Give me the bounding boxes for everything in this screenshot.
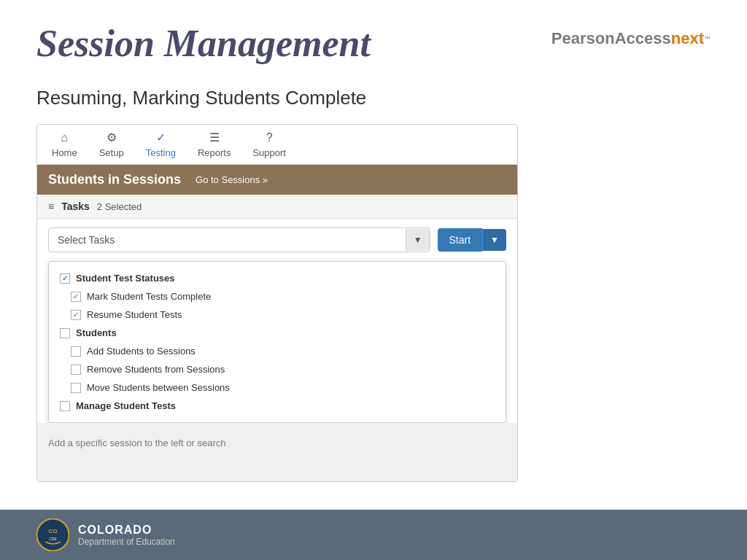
question-icon: ? — [266, 131, 273, 144]
menu-group-students[interactable]: Students — [49, 324, 506, 342]
nav-reports[interactable]: ☰ Reports — [198, 131, 231, 158]
footer-logo: CO CDE COLORADO Department of Education — [36, 518, 175, 551]
nav-reports-label: Reports — [198, 147, 231, 158]
list-icon: ☰ — [209, 131, 220, 144]
logo-pearson-text: PearsonAccess — [551, 29, 671, 48]
menu-group-label-manage-tests: Manage Student Tests — [76, 400, 176, 411]
page-title: Session Management — [36, 22, 371, 65]
nav-home[interactable]: ⌂ Home — [52, 131, 77, 158]
home-icon: ⌂ — [61, 131, 69, 144]
page-header-bar: Students in Sessions Go to Sessions » — [37, 165, 517, 195]
svg-point-0 — [37, 519, 69, 551]
footer-text-block: COLORADO Department of Education — [78, 524, 175, 547]
menu-item-label-resume: Resume Student Tests — [87, 309, 182, 320]
session-hint: Add a specific session to the left or se… — [48, 438, 226, 448]
footer: CO CDE COLORADO Department of Education — [0, 510, 747, 560]
tasks-bar: ≡ Tasks 2 Selected — [37, 195, 517, 219]
header: Session Management PearsonAccess next ™ — [0, 0, 747, 79]
dropdown-menu: ✓ Student Test Statuses ✓ Mark Student T… — [48, 261, 506, 423]
start-button[interactable]: Start — [438, 228, 483, 252]
menu-item-resume[interactable]: ✓ Resume Student Tests — [49, 306, 506, 324]
select-tasks-caret-icon[interactable]: ▼ — [406, 229, 430, 251]
nav-testing-label: Testing — [146, 147, 176, 158]
logo-next-text: next — [671, 29, 704, 48]
checkbox-remove-students[interactable] — [71, 365, 81, 375]
checkbox-student-test-statuses[interactable]: ✓ — [60, 273, 70, 284]
nav-setup[interactable]: ⚙ Setup — [99, 131, 124, 158]
menu-item-label-add-students: Add Students to Sessions — [87, 346, 196, 357]
menu-group-label-student-test-statuses: Student Test Statuses — [76, 273, 175, 284]
menu-group-student-test-statuses[interactable]: ✓ Student Test Statuses — [49, 269, 506, 287]
tasks-icon: ≡ — [48, 201, 54, 212]
select-tasks-wrapper[interactable]: Select Tasks ▼ — [48, 228, 430, 252]
logo-tm: ™ — [704, 35, 711, 42]
session-content: Add a specific session to the left or se… — [37, 423, 517, 481]
gear-icon: ⚙ — [107, 131, 117, 144]
checkbox-manage-tests[interactable] — [60, 401, 70, 411]
menu-item-label-mark-complete: Mark Student Tests Complete — [87, 291, 211, 302]
nav-home-label: Home — [52, 147, 77, 158]
subtitle: Resuming, Marking Students Complete — [0, 79, 747, 124]
footer-state: COLORADO — [78, 524, 175, 537]
menu-group-manage-tests[interactable]: Manage Student Tests — [49, 397, 506, 415]
goto-sessions-link[interactable]: Go to Sessions » — [196, 174, 268, 185]
students-in-sessions-title: Students in Sessions — [48, 172, 181, 187]
menu-item-add-students[interactable]: Add Students to Sessions — [49, 342, 506, 360]
menu-item-remove-students[interactable]: Remove Students from Sessions — [49, 360, 506, 378]
nav-support[interactable]: ? Support — [252, 131, 286, 158]
start-btn-wrapper: Start ▼ — [438, 228, 506, 252]
tasks-count: 2 Selected — [97, 201, 142, 212]
footer-dept: Department of Education — [78, 537, 175, 547]
checkbox-resume[interactable]: ✓ — [71, 310, 81, 320]
menu-item-move-students[interactable]: Move Students between Sessions — [49, 378, 506, 397]
checkbox-students[interactable] — [60, 328, 70, 338]
checkbox-move-students[interactable] — [71, 383, 81, 393]
logo: PearsonAccess next ™ — [551, 29, 711, 48]
menu-group-label-students: Students — [76, 327, 117, 338]
select-tasks-input[interactable]: Select Tasks — [49, 228, 406, 252]
browser-frame: ⌂ Home ⚙ Setup ✓ Testing ☰ Reports ? Sup… — [36, 124, 518, 482]
nav-support-label: Support — [252, 147, 286, 158]
select-tasks-area: Select Tasks ▼ Start ▼ — [37, 219, 517, 261]
main-content: ⌂ Home ⚙ Setup ✓ Testing ☰ Reports ? Sup… — [0, 124, 747, 510]
nav-testing[interactable]: ✓ Testing — [146, 131, 176, 158]
menu-item-label-remove-students: Remove Students from Sessions — [87, 364, 225, 375]
start-button-caret[interactable]: ▼ — [482, 229, 506, 251]
nav-setup-label: Setup — [99, 147, 124, 158]
nav-bar: ⌂ Home ⚙ Setup ✓ Testing ☰ Reports ? Sup… — [37, 125, 517, 165]
svg-text:CDE: CDE — [49, 537, 57, 541]
tasks-label: Tasks — [61, 201, 90, 212]
checkbox-add-students[interactable] — [71, 346, 81, 357]
menu-item-label-move-students: Move Students between Sessions — [87, 382, 230, 393]
checkmark-icon: ✓ — [156, 131, 166, 144]
menu-item-mark-complete[interactable]: ✓ Mark Student Tests Complete — [49, 287, 506, 306]
colorado-seal-icon: CO CDE — [36, 518, 69, 551]
svg-text:CO: CO — [49, 528, 58, 534]
checkbox-mark-complete[interactable]: ✓ — [71, 292, 81, 302]
